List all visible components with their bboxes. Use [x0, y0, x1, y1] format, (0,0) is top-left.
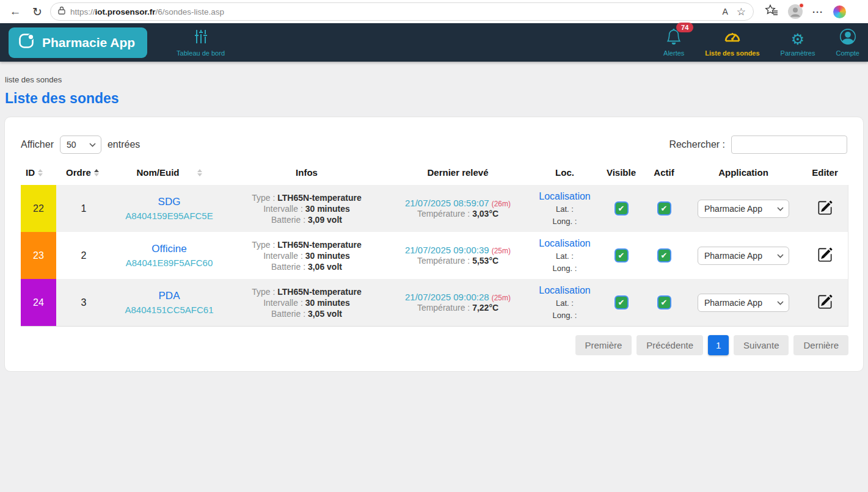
col-header-releve: Dernier relevé: [386, 167, 530, 178]
col-header-visible: Visible: [600, 167, 643, 178]
visible-checkbox[interactable]: ✔: [615, 248, 629, 262]
nav-dashboard[interactable]: Tableau de bord: [177, 29, 225, 57]
edit-button[interactable]: [817, 247, 833, 264]
name-cell: PDA A8404151CC5AFC61: [111, 290, 227, 315]
col-header-ordre[interactable]: Ordre: [56, 167, 111, 178]
pagination-current-page[interactable]: 1: [708, 335, 729, 355]
releve-cell: 21/07/2025 09:00:28(25m) Température : 7…: [386, 292, 530, 313]
browser-toolbar: ← ↻ https://iot.prosensor.fr/6/sondes-li…: [0, 0, 868, 23]
localisation-link[interactable]: Localisation: [530, 285, 600, 296]
localisation-link[interactable]: Localisation: [530, 191, 600, 202]
visible-cell: ✔: [600, 295, 643, 309]
url-text: https://iot.prosensor.fr/6/sondes-liste.…: [70, 7, 717, 16]
lat-label: Lat. :: [530, 204, 600, 214]
brand-logo-icon: [18, 33, 35, 52]
col-header-editer: Editer: [801, 167, 848, 178]
localisation-link[interactable]: Localisation: [530, 238, 600, 249]
nav-alerts-label: Alertes: [663, 49, 684, 57]
sonde-name-link[interactable]: SDG: [111, 196, 227, 208]
col-header-id[interactable]: ID: [21, 167, 56, 178]
application-cell: Pharmacie App: [685, 247, 801, 265]
sonde-euid-link[interactable]: A84041E89F5AFC60: [111, 258, 227, 268]
copilot-icon[interactable]: [833, 5, 846, 18]
actif-checkbox[interactable]: ✔: [657, 248, 671, 262]
pagination-next-button[interactable]: Suivante: [734, 335, 789, 355]
infos-cell: Type : LTH65N-temperature Intervalle : 3…: [227, 286, 386, 319]
pagination-first-button[interactable]: Première: [575, 335, 632, 355]
edit-button[interactable]: [817, 294, 833, 311]
long-label: Long. :: [530, 310, 600, 320]
loc-cell: Localisation Lat. : Long. :: [530, 238, 600, 273]
editer-cell: [801, 200, 848, 217]
nav-settings[interactable]: ⚙ Paramètres: [781, 31, 815, 57]
actif-checkbox[interactable]: ✔: [657, 295, 671, 309]
table-header-row: ID Ordre Nom/Euid Infos Dernier relevé L…: [21, 164, 848, 185]
alerts-badge: 74: [676, 23, 693, 32]
name-cell: Officine A84041E89F5AFC60: [111, 243, 227, 268]
loc-cell: Localisation Lat. : Long. :: [530, 285, 600, 320]
application-select[interactable]: Pharmacie App: [698, 200, 789, 218]
refresh-button[interactable]: ↻: [28, 2, 46, 21]
favorite-star-icon[interactable]: ☆: [737, 5, 746, 18]
profile-avatar[interactable]: [788, 4, 803, 19]
releve-cell: 21/07/2025 08:59:07(26m) Température : 3…: [386, 198, 530, 219]
actif-cell: ✔: [643, 201, 685, 215]
table-row: 23 2 Officine A84041E89F5AFC60 Type : LT…: [21, 232, 848, 279]
page-length-select[interactable]: 50: [60, 136, 101, 154]
pencil-square-icon: [817, 200, 833, 215]
col-header-loc: Loc.: [530, 167, 600, 178]
edit-button[interactable]: [817, 200, 833, 217]
table-row: 24 3 PDA A8404151CC5AFC61 Type : LTH65N-…: [21, 279, 848, 326]
gear-icon: ⚙: [791, 31, 804, 47]
releve-ago: (25m): [492, 247, 511, 255]
table-row: 22 1 SDG A8404159E95AFC5E Type : LTH65N-…: [21, 185, 848, 232]
brand-button[interactable]: Pharmacie App: [9, 27, 147, 58]
editer-cell: [801, 294, 848, 311]
actif-checkbox[interactable]: ✔: [657, 201, 671, 215]
nav-sondes-list[interactable]: Liste des sondes: [705, 29, 759, 57]
pagination-previous-button[interactable]: Précédente: [636, 335, 703, 355]
id-cell: 22: [21, 185, 56, 232]
sonde-euid-link[interactable]: A8404159E95AFC5E: [111, 211, 227, 221]
nav-dashboard-label: Tableau de bord: [177, 49, 225, 57]
sonde-name-link[interactable]: Officine: [111, 243, 227, 255]
releve-cell: 21/07/2025 09:00:39(25m) Température : 5…: [386, 245, 530, 266]
search-input[interactable]: [731, 136, 847, 154]
infos-cell: Type : LTH65N-temperature Intervalle : 3…: [227, 192, 386, 225]
visible-checkbox[interactable]: ✔: [615, 295, 629, 309]
sliders-icon: [193, 29, 209, 47]
nav-alerts[interactable]: 74 Alertes: [663, 29, 684, 57]
pencil-square-icon: [817, 247, 833, 262]
infos-cell: Type : LTH65N-temperature Intervalle : 3…: [227, 239, 386, 272]
lock-icon: [58, 6, 65, 17]
read-aloud-icon[interactable]: A: [722, 7, 728, 16]
id-cell: 24: [21, 279, 56, 326]
favorites-hub-icon[interactable]: [765, 4, 778, 19]
back-button[interactable]: ←: [6, 2, 24, 21]
pagination-last-button[interactable]: Dernière: [793, 335, 848, 355]
editer-cell: [801, 247, 848, 264]
loc-cell: Localisation Lat. : Long. :: [530, 191, 600, 226]
application-select[interactable]: Pharmacie App: [698, 294, 789, 312]
lat-label: Lat. :: [530, 298, 600, 308]
address-bar[interactable]: https://iot.prosensor.fr/6/sondes-liste.…: [50, 2, 754, 21]
entries-label: entrées: [108, 139, 140, 150]
notification-dot: [799, 3, 804, 8]
application-select[interactable]: Pharmacie App: [698, 247, 789, 265]
visible-cell: ✔: [600, 248, 643, 262]
browser-menu-icon[interactable]: ···: [812, 7, 823, 17]
sonde-name-link[interactable]: PDA: [111, 290, 227, 302]
visible-checkbox[interactable]: ✔: [615, 201, 629, 215]
col-header-nom[interactable]: Nom/Euid: [111, 167, 227, 178]
sonde-euid-link[interactable]: A8404151CC5AFC61: [111, 305, 227, 315]
account-icon: [840, 29, 856, 47]
table-body: 22 1 SDG A8404159E95AFC5E Type : LTH65N-…: [21, 185, 848, 327]
nav-settings-label: Paramètres: [781, 49, 815, 57]
sort-icons: [38, 169, 43, 176]
sort-icons: [197, 169, 202, 176]
nav-account[interactable]: Compte: [836, 29, 859, 57]
lat-label: Lat. :: [530, 251, 600, 261]
search-label: Rechercher :: [669, 139, 725, 150]
long-label: Long. :: [530, 216, 600, 226]
releve-ago: (25m): [492, 294, 511, 302]
